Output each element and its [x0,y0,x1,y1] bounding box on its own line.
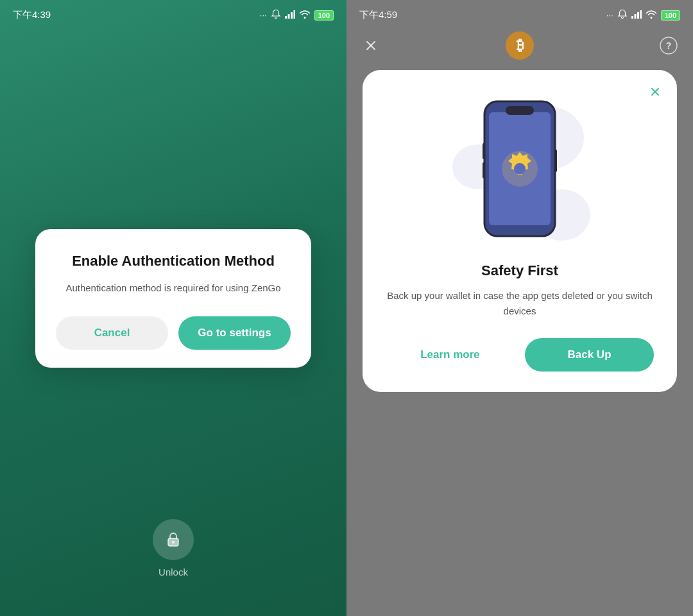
dialog-buttons: Cancel Go to settings [56,316,291,350]
svg-point-5 [172,541,175,543]
help-icon[interactable]: ? [657,34,680,57]
svg-point-23 [514,163,526,175]
dots-icon-right: ··· [606,10,613,20]
safety-card: Safety First Back up your wallet in case… [363,70,677,392]
go-to-settings-button[interactable]: Go to settings [178,316,291,350]
svg-rect-7 [634,14,636,19]
safety-description: Back up your wallet in case the app gets… [386,288,654,319]
safety-title: Safety First [386,262,654,279]
svg-rect-2 [291,12,293,19]
battery-icon: 100 [314,10,334,21]
top-bar-right: ₿ ? [346,26,693,65]
phone-illustration [462,93,578,247]
unlock-section[interactable]: Unlock [153,519,194,578]
svg-rect-20 [483,162,485,178]
status-bar-right: 下午4:59 ··· [346,0,693,26]
wifi-icon-right [646,10,657,21]
svg-rect-3 [293,10,295,19]
bitcoin-logo: ₿ [506,31,534,60]
lock-icon-circle [153,519,194,560]
svg-rect-1 [287,14,289,19]
safety-buttons: Learn more Back Up [386,338,654,372]
bell-icon-right [617,9,628,21]
svg-rect-6 [631,16,633,19]
svg-rect-0 [285,16,287,19]
back-up-button[interactable]: Back Up [525,338,654,372]
dots-icon: ··· [260,10,267,20]
phone-svg [475,98,565,242]
auth-dialog: Enable Authentication Method Authenticat… [35,229,311,367]
status-icons-left: ··· [260,9,334,21]
svg-rect-18 [506,106,534,115]
left-panel: 下午4:39 ··· [0,0,346,616]
status-icons-right: ··· [606,9,680,21]
svg-rect-21 [554,150,557,172]
battery-icon-right: 100 [661,10,680,21]
time-right: 下午4:59 [359,9,397,21]
time-left: 下午4:39 [13,9,51,21]
svg-text:?: ? [666,40,672,51]
dialog-title: Enable Authentication Method [56,252,291,271]
close-card-button[interactable] [645,81,665,102]
dialog-description: Authentication method is required for us… [56,281,291,296]
signal-icon [285,10,295,21]
cancel-button[interactable]: Cancel [56,316,168,350]
svg-rect-9 [640,10,642,19]
wifi-icon [299,10,311,21]
bell-icon [271,9,281,21]
svg-rect-19 [483,143,485,159]
learn-more-button[interactable]: Learn more [386,338,515,372]
svg-rect-8 [637,12,639,19]
right-panel: 下午4:59 ··· [346,0,693,616]
status-bar-left: 下午4:39 ··· [0,0,346,26]
unlock-label: Unlock [158,567,188,578]
signal-icon-right [631,10,642,21]
close-top-icon[interactable] [359,34,382,57]
